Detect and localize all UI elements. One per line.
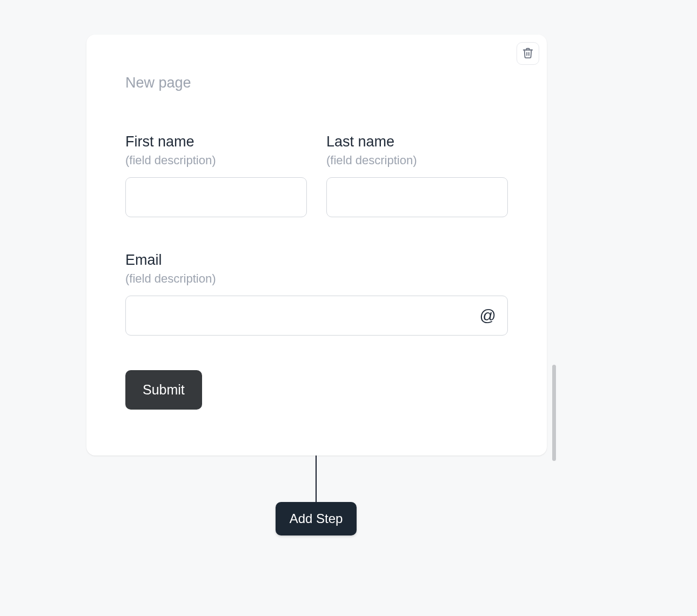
field-email: Email (field description) @ [125, 252, 508, 336]
add-step-button[interactable]: Add Step [276, 502, 357, 535]
add-step-button-label: Add Step [290, 511, 343, 526]
email-input[interactable] [125, 296, 508, 336]
field-first-name: First name (field description) [125, 133, 307, 217]
last-name-description[interactable]: (field description) [326, 153, 508, 168]
submit-button-label: Submit [143, 382, 185, 398]
vertical-scrollbar[interactable] [552, 365, 556, 461]
step-connector-line [316, 456, 317, 502]
last-name-label[interactable]: Last name [326, 133, 508, 150]
first-name-label[interactable]: First name [125, 133, 307, 150]
email-label[interactable]: Email [125, 252, 508, 269]
email-description[interactable]: (field description) [125, 272, 508, 286]
submit-button[interactable]: Submit [125, 370, 202, 410]
fields-row: First name (field description) Last name… [125, 133, 508, 217]
trash-icon [522, 47, 534, 61]
page-title[interactable]: New page [125, 75, 508, 91]
email-input-wrap: @ [125, 296, 508, 336]
form-page-card: New page First name (field description) … [86, 35, 547, 456]
first-name-input[interactable] [125, 177, 307, 217]
last-name-input[interactable] [326, 177, 508, 217]
first-name-description[interactable]: (field description) [125, 153, 307, 168]
field-last-name: Last name (field description) [326, 133, 508, 217]
delete-page-button[interactable] [517, 42, 539, 65]
